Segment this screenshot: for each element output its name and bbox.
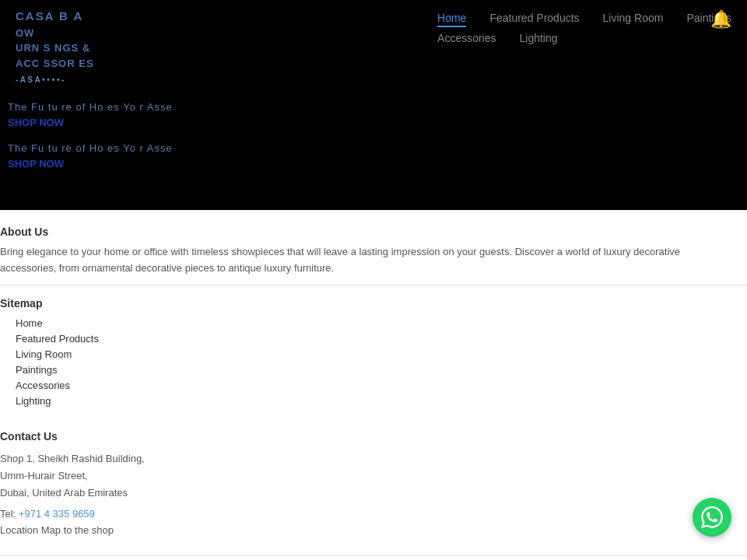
logo-line4: ACC SSOR ES (16, 56, 94, 72)
contact-title: Contact Us (0, 430, 747, 443)
main-content: About Us Bring elegance to your home or … (0, 210, 747, 560)
address-line2: Umm-Hurair Street, (0, 470, 88, 481)
about-section: About Us Bring elegance to your home or … (0, 210, 747, 285)
contact-tel: Tel: +971 4 335 9659 (0, 508, 747, 520)
logo-line2: OW (16, 26, 94, 41)
nav-bar: CASA B A OW URN S NGS & ACC SSOR ES - A … (0, 0, 747, 86)
sitemap-item-home[interactable]: Home (16, 317, 747, 329)
nav-row-1: Home Featured Products Living Room Paint… (437, 12, 731, 27)
hero-text-2: The Fu tu re of Ho es Yo r Asse (8, 142, 739, 154)
sitemap-item-paintings[interactable]: Paintings (16, 364, 747, 376)
about-title: About Us (0, 226, 747, 238)
sitemap-link-paintings[interactable]: Paintings (16, 364, 57, 376)
nav-lighting[interactable]: Lighting (520, 32, 558, 44)
sitemap-item-lighting[interactable]: Lighting (16, 395, 747, 407)
address-line3: Dubai, United Arab Emirates (0, 487, 128, 499)
sitemap-item-living-room[interactable]: Living Room (16, 348, 747, 360)
tel-label: Tel: (0, 508, 16, 520)
sitemap-item-featured[interactable]: Featured Products (16, 333, 747, 345)
sitemap-section: Sitemap Home Featured Products Living Ro… (0, 285, 747, 418)
logo-line1: CASA B A (16, 8, 94, 26)
cart-icon[interactable]: 🔔 (710, 9, 731, 30)
location-map-link[interactable]: Location Map to the shop (0, 524, 114, 536)
nav-links: Home Featured Products Living Room Paint… (437, 8, 731, 49)
sitemap-link-living-room[interactable]: Living Room (16, 348, 72, 360)
about-description: Bring elegance to your home or office wi… (0, 244, 700, 277)
hero-text-1: The Fu tu re of Ho es Yo r Asse (8, 101, 739, 113)
sitemap-link-featured[interactable]: Featured Products (16, 333, 99, 345)
shop-now-button-2[interactable]: SHOP NOW (8, 158, 64, 170)
sitemap-link-accessories[interactable]: Accessories (16, 380, 70, 391)
logo-tagline: - A S A • • • • - (16, 74, 94, 86)
header: CASA B A OW URN S NGS & ACC SSOR ES - A … (0, 0, 747, 210)
whatsapp-fab-button[interactable] (693, 498, 731, 537)
contact-section: Contact Us Shop 1, Sheikh Rashid Buildin… (0, 418, 747, 544)
logo-line3: URN S NGS & (16, 40, 94, 56)
contact-address: Shop 1, Sheikh Rashid Building, Umm-Hura… (0, 450, 747, 502)
sitemap-list: Home Featured Products Living Room Paint… (0, 317, 747, 407)
hero-section: The Fu tu re of Ho es Yo r Asse SHOP NOW… (0, 101, 747, 184)
sitemap-link-home[interactable]: Home (16, 317, 43, 329)
tel-number[interactable]: +971 4 335 9659 (19, 508, 95, 520)
shop-now-button-1[interactable]: SHOP NOW (8, 117, 64, 128)
sitemap-title: Sitemap (0, 297, 747, 310)
logo: CASA B A OW URN S NGS & ACC SSOR ES - A … (16, 8, 94, 86)
sitemap-item-accessories[interactable]: Accessories (16, 380, 747, 391)
footer: © 2023, Casabella Home Furnishings & Acc… (0, 555, 747, 560)
nav-home[interactable]: Home (437, 12, 466, 27)
nav-featured[interactable]: Featured Products (489, 12, 579, 27)
sitemap-link-lighting[interactable]: Lighting (16, 395, 51, 407)
address-line1: Shop 1, Sheikh Rashid Building, (0, 453, 145, 464)
nav-row-2: Accessories Lighting (437, 32, 558, 44)
nav-living-room[interactable]: Living Room (603, 12, 664, 27)
nav-accessories[interactable]: Accessories (437, 32, 496, 44)
